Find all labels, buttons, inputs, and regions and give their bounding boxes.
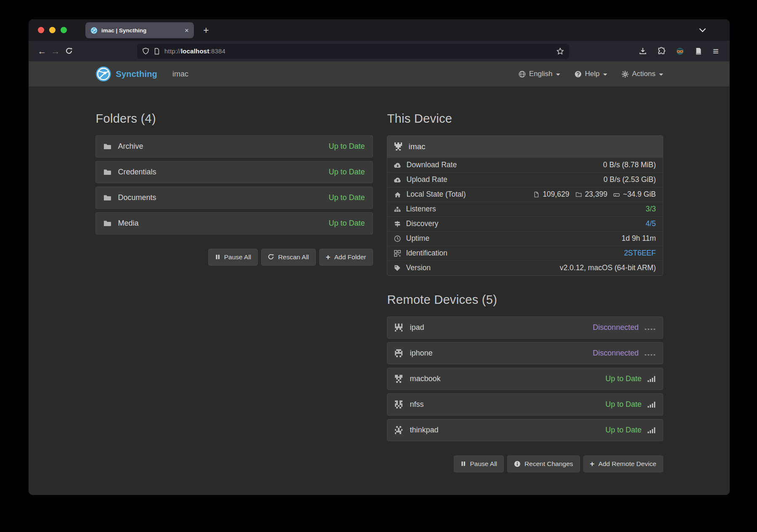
- cloud-upload-icon: [394, 176, 401, 183]
- pause-all-devices-button[interactable]: Pause All: [454, 456, 504, 472]
- device-row-ipad[interactable]: ipad Disconnected: [387, 316, 663, 339]
- pause-icon: [215, 254, 220, 260]
- this-device-panel: imac Download Rate 0 B/s (8.78 MiB) Uplo…: [387, 135, 663, 276]
- browser-toolbar: ← → http://localhost:8384 ≡: [29, 41, 730, 61]
- folder-icon: [103, 168, 111, 176]
- url-port: :8384: [209, 47, 226, 55]
- device-status-badge: Up to Date: [605, 374, 641, 383]
- add-folder-button[interactable]: + Add Folder: [319, 249, 373, 266]
- info-circle-icon: [514, 461, 521, 467]
- pause-icon: [461, 461, 466, 467]
- add-remote-device-label: Add Remote Device: [598, 460, 656, 468]
- remote-devices-heading: Remote Devices (5): [387, 293, 663, 307]
- reload-button[interactable]: [62, 45, 76, 58]
- hard-drive-icon: [613, 191, 620, 198]
- folder-name: Credentials: [118, 168, 156, 176]
- globe-icon: [519, 71, 526, 78]
- tab-list-dropdown-button[interactable]: [697, 25, 708, 34]
- qr-code-icon: [394, 250, 401, 257]
- signal-none-icon: [645, 324, 655, 331]
- device-identicon-macbook: [395, 375, 403, 383]
- device-status-badge: Disconnected: [593, 323, 638, 332]
- close-window-button[interactable]: [38, 27, 44, 33]
- device-row-macbook[interactable]: macbook Up to Date: [387, 368, 663, 390]
- pause-all-folders-button[interactable]: Pause All: [208, 249, 258, 266]
- uptime-value: 1d 9h 11m: [622, 234, 656, 243]
- folder-outline-icon: [575, 191, 582, 198]
- browser-tab[interactable]: imac | Syncthing ×: [85, 22, 194, 38]
- device-identicon-iphone: [395, 349, 403, 357]
- minimize-window-button[interactable]: [49, 27, 56, 33]
- folder-icon: [103, 194, 111, 201]
- device-name: thinkpad: [410, 426, 439, 435]
- stat-row-uptime: Uptime 1d 9h 11m: [387, 231, 663, 246]
- extensions-puzzle-icon[interactable]: [657, 47, 665, 55]
- version-value: v2.0.12, macOS (64-bit ARM): [560, 263, 656, 272]
- downloads-icon[interactable]: [639, 47, 647, 55]
- identification-link[interactable]: 2ST6EEF: [624, 249, 656, 258]
- recent-changes-button[interactable]: Recent Changes: [507, 456, 580, 472]
- recent-changes-label: Recent Changes: [524, 460, 573, 468]
- device-row-nfss[interactable]: nfss Up to Date: [387, 393, 663, 416]
- forward-button[interactable]: →: [49, 45, 62, 58]
- folder-row-media[interactable]: Media Up to Date: [95, 212, 373, 234]
- folder-name: Archive: [118, 142, 143, 151]
- folder-name: Documents: [118, 193, 156, 202]
- folder-row-documents[interactable]: Documents Up to Date: [95, 187, 373, 209]
- page-info-icon[interactable]: [154, 48, 160, 55]
- folder-row-credentials[interactable]: Credentials Up to Date: [95, 161, 373, 183]
- device-name: macbook: [410, 374, 441, 383]
- url-bar[interactable]: http://localhost:8384: [137, 44, 569, 59]
- brand-name: Syncthing: [116, 69, 157, 79]
- folder-status-badge: Up to Date: [328, 193, 365, 202]
- back-button[interactable]: ←: [35, 45, 49, 58]
- hamburger-menu-icon[interactable]: ≡: [713, 46, 719, 56]
- zoom-window-button[interactable]: [61, 27, 67, 33]
- device-status-badge: Up to Date: [605, 400, 641, 409]
- url-host: localhost: [181, 47, 209, 55]
- url-protocol: http://: [164, 47, 181, 55]
- device-status-badge: Disconnected: [593, 349, 638, 358]
- cloud-download-icon: [394, 162, 401, 168]
- device-name: nfss: [410, 400, 424, 409]
- folders-heading: Folders (4): [96, 112, 373, 126]
- shield-icon[interactable]: [142, 47, 149, 55]
- folders-buttons: Pause All Rescan All + Add Folder: [95, 249, 373, 266]
- actions-menu[interactable]: Actions: [622, 70, 663, 78]
- chevron-down-icon: [699, 25, 706, 32]
- pause-all-label: Pause All: [470, 460, 497, 468]
- device-identicon-ipad: [395, 324, 403, 332]
- tab-close-icon[interactable]: ×: [185, 27, 189, 34]
- gear-icon: [622, 71, 629, 78]
- syncthing-brand[interactable]: Syncthing: [95, 66, 157, 82]
- syncthing-favicon: [90, 27, 98, 34]
- toolbar-icons: ≡: [639, 46, 723, 56]
- device-identicon-imac: [394, 142, 402, 150]
- stat-row-discovery: Discovery 4/5: [387, 216, 663, 231]
- add-remote-device-button[interactable]: + Add Remote Device: [583, 456, 663, 472]
- stat-label-text: Version: [406, 263, 431, 272]
- language-menu[interactable]: English: [519, 70, 560, 78]
- device-row-iphone[interactable]: iphone Disconnected: [387, 342, 663, 364]
- folder-row-archive[interactable]: Archive Up to Date: [95, 135, 373, 158]
- remote-devices-buttons: Pause All Recent Changes + Add Remote De…: [387, 456, 663, 472]
- rescan-all-button[interactable]: Rescan All: [261, 249, 315, 266]
- this-device-header[interactable]: imac: [387, 136, 663, 158]
- bookmark-star-icon[interactable]: [556, 47, 564, 55]
- device-row-thinkpad[interactable]: thinkpad Up to Date: [387, 419, 663, 441]
- extension-face-icon[interactable]: [676, 47, 684, 55]
- syncthing-navbar: Syncthing imac English Help: [29, 61, 730, 87]
- reader-document-icon[interactable]: [695, 47, 702, 55]
- question-circle-icon: [574, 71, 582, 78]
- home-icon: [394, 191, 401, 198]
- folder-status-badge: Up to Date: [328, 219, 365, 228]
- url-text[interactable]: http://localhost:8384: [164, 47, 552, 55]
- signpost-icon: [394, 221, 401, 227]
- navbar-device-title: imac: [172, 70, 188, 79]
- help-menu[interactable]: Help: [574, 70, 607, 78]
- tag-icon: [394, 265, 401, 271]
- discovery-value[interactable]: 4/5: [646, 219, 656, 228]
- stat-value: 0 B/s (2.53 GiB): [603, 175, 656, 184]
- new-tab-button[interactable]: +: [199, 24, 213, 37]
- caret-down-icon: [659, 74, 663, 76]
